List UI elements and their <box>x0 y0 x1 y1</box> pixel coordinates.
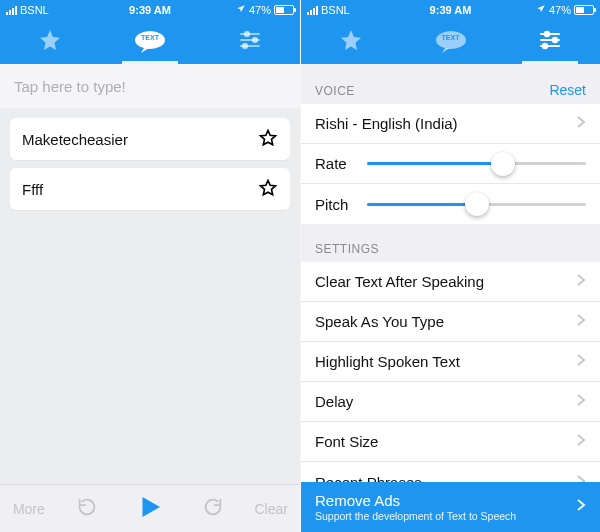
status-time: 9:39 AM <box>129 4 171 16</box>
rate-label: Rate <box>315 155 357 172</box>
settings-row-delay[interactable]: Delay <box>301 382 600 422</box>
row-label: Delay <box>315 393 576 410</box>
star-icon <box>38 28 62 56</box>
chevron-right-icon <box>576 115 586 132</box>
clear-label: Clear <box>254 501 287 517</box>
pitch-label: Pitch <box>315 196 357 213</box>
chevron-right-icon <box>576 313 586 330</box>
row-label: Font Size <box>315 433 576 450</box>
carrier-label: BSNL <box>20 4 49 16</box>
redo-icon <box>202 496 224 521</box>
tab-text[interactable]: TEXT <box>100 20 200 64</box>
settings-row-speak-type[interactable]: Speak As You Type <box>301 302 600 342</box>
chevron-right-icon <box>576 273 586 290</box>
list-item[interactable]: Maketecheasier <box>10 118 290 160</box>
svg-point-6 <box>243 44 247 48</box>
row-label: Highlight Spoken Text <box>315 353 576 370</box>
text-bubble-label: TEXT <box>434 34 468 41</box>
nav-bar: TEXT <box>301 20 600 64</box>
tab-settings[interactable] <box>500 20 600 64</box>
more-label: More <box>13 501 45 517</box>
reset-button[interactable]: Reset <box>549 82 586 98</box>
history-item-label: Ffff <box>22 181 258 198</box>
sliders-icon <box>538 28 562 56</box>
location-icon <box>236 4 246 16</box>
voice-row[interactable]: Rishi - English (India) <box>301 104 600 144</box>
battery-icon <box>574 5 594 15</box>
list-item[interactable]: Ffff <box>10 168 290 210</box>
status-bar: BSNL 9:39 AM 47% <box>0 0 300 20</box>
history-item-label: Maketecheasier <box>22 131 258 148</box>
chevron-right-icon <box>576 393 586 410</box>
tab-settings[interactable] <box>200 20 300 64</box>
row-label: Speak As You Type <box>315 313 576 330</box>
tab-favorites[interactable] <box>301 20 401 64</box>
redo-button[interactable] <box>185 485 243 532</box>
settings-section-label: SETTINGS <box>315 242 379 256</box>
play-icon <box>135 492 165 525</box>
text-bubble-icon: TEXT <box>133 30 167 54</box>
status-time: 9:39 AM <box>430 4 472 16</box>
bottom-toolbar: More Clear <box>0 484 300 532</box>
remove-ads-banner[interactable]: Remove Ads Support the development of Te… <box>301 482 600 532</box>
pitch-slider-fill <box>367 203 477 206</box>
row-label: Clear Text After Speaking <box>315 273 576 290</box>
favorite-toggle[interactable] <box>258 178 278 201</box>
settings-group: Clear Text After Speaking Speak As You T… <box>301 262 600 502</box>
settings-row-highlight[interactable]: Highlight Spoken Text <box>301 342 600 382</box>
settings-row-font-size[interactable]: Font Size <box>301 422 600 462</box>
undo-icon <box>76 496 98 521</box>
voice-group: Rishi - English (India) Rate Pitch <box>301 104 600 224</box>
rate-slider[interactable] <box>367 162 586 165</box>
undo-button[interactable] <box>58 485 116 532</box>
tab-favorites[interactable] <box>0 20 100 64</box>
battery-fill <box>576 7 584 13</box>
battery-icon <box>274 5 294 15</box>
rate-slider-fill <box>367 162 503 165</box>
rate-slider-thumb[interactable] <box>491 152 515 176</box>
play-button[interactable] <box>115 485 184 532</box>
settings-screen: BSNL 9:39 AM 47% TEXT <box>300 0 600 532</box>
settings-section-header: SETTINGS <box>301 224 600 262</box>
signal-icon <box>6 6 17 15</box>
svg-point-4 <box>253 38 257 42</box>
more-button[interactable]: More <box>0 485 58 532</box>
battery-pct: 47% <box>249 4 271 16</box>
pitch-slider-thumb[interactable] <box>465 192 489 216</box>
chevron-right-icon <box>576 353 586 370</box>
svg-point-2 <box>245 32 249 36</box>
text-bubble-icon: TEXT <box>434 30 468 54</box>
star-icon <box>339 28 363 56</box>
svg-point-13 <box>543 44 547 48</box>
voice-name-label: Rishi - English (India) <box>315 115 576 132</box>
text-input[interactable]: Tap here to type! <box>0 64 300 108</box>
chevron-right-icon <box>576 498 586 516</box>
carrier-label: BSNL <box>321 4 350 16</box>
settings-row-clear-text[interactable]: Clear Text After Speaking <box>301 262 600 302</box>
tab-text[interactable]: TEXT <box>401 20 501 64</box>
location-icon <box>536 4 546 16</box>
text-bubble-label: TEXT <box>133 34 167 41</box>
favorite-toggle[interactable] <box>258 128 278 151</box>
sliders-icon <box>238 28 262 56</box>
svg-point-9 <box>545 32 549 36</box>
battery-fill <box>276 7 284 13</box>
nav-bar: TEXT <box>0 20 300 64</box>
pitch-slider[interactable] <box>367 203 586 206</box>
rate-row: Rate <box>301 144 600 184</box>
text-screen: BSNL 9:39 AM 47% TEXT <box>0 0 300 532</box>
svg-point-11 <box>553 38 557 42</box>
clear-button[interactable]: Clear <box>242 485 300 532</box>
status-bar: BSNL 9:39 AM 47% <box>301 0 600 20</box>
remove-ads-sub: Support the development of Text to Speec… <box>315 510 576 523</box>
voice-section-label: VOICE <box>315 84 355 98</box>
signal-icon <box>307 6 318 15</box>
history-list: Maketecheasier Ffff <box>0 108 300 484</box>
text-input-placeholder: Tap here to type! <box>14 78 126 95</box>
remove-ads-title: Remove Ads <box>315 492 576 510</box>
settings-body[interactable]: VOICE Reset Rishi - English (India) Rate… <box>301 64 600 532</box>
pitch-row: Pitch <box>301 184 600 224</box>
voice-section-header: VOICE Reset <box>301 64 600 104</box>
chevron-right-icon <box>576 433 586 450</box>
battery-pct: 47% <box>549 4 571 16</box>
